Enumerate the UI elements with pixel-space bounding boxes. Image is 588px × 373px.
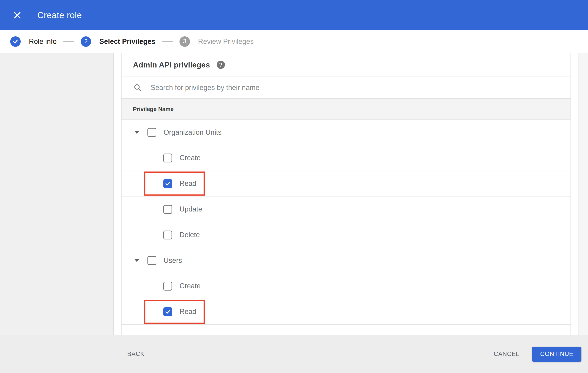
checkbox-unchecked[interactable] [147,256,156,265]
step-number-badge: 2 [81,36,91,47]
checkbox-unchecked[interactable] [163,231,172,239]
privilege-child-row: Delete [122,222,570,248]
checkbox-unchecked[interactable] [147,128,156,137]
clipped-row [122,325,570,335]
privilege-group-row: Organization Units [122,120,570,145]
privilege-label: Delete [179,231,200,239]
search-input[interactable]: Search for privileges by their name [151,83,570,92]
step-label: Select Privileges [99,38,155,46]
privilege-child-row: Create [122,145,570,171]
footer-action-bar: BACK CANCEL CONTINUE [0,335,588,373]
card-heading-row: Admin API privileges ? [122,53,570,77]
privilege-label: Update [179,205,202,213]
privilege-child-row: Update [122,197,570,222]
dialog-header: Create role [0,0,588,30]
back-button[interactable]: BACK [127,351,145,358]
checkbox-checked[interactable] [163,307,172,316]
scrollbar-track[interactable] [578,53,588,335]
stepper: Role info 2 Select Privileges 3 Review P… [0,30,588,53]
step-complete-check-icon [10,36,21,47]
step-label: Review Privileges [198,38,254,46]
step-number-badge: 3 [179,36,190,47]
checkbox-checked[interactable] [163,179,172,188]
continue-button[interactable]: CONTINUE [532,347,581,362]
step-select-privileges[interactable]: 2 Select Privileges [81,36,155,47]
search-icon [133,83,142,92]
expand-caret-icon[interactable] [134,259,139,262]
cancel-button[interactable]: CANCEL [494,351,519,358]
privilege-label: Users [164,257,182,265]
checkbox-unchecked[interactable] [163,154,172,162]
close-x-glyph [13,11,22,20]
checkbox-unchecked[interactable] [163,282,172,290]
step-connector [162,41,173,42]
privilege-search-row[interactable]: Search for privileges by their name [122,77,570,98]
privilege-child-row: Read [122,171,570,197]
checkmark-glyph [165,308,171,315]
checkmark-glyph [165,180,171,187]
privilege-child-row: Create [122,273,570,299]
help-icon[interactable]: ? [217,61,225,69]
content-area: Admin API privileges ? Search for privil… [0,53,588,335]
create-role-dialog: Create role Role info 2 Select Privilege… [0,0,588,373]
checkbox-unchecked[interactable] [163,205,172,214]
expand-caret-icon[interactable] [134,131,139,134]
privilege-label: Organization Units [164,128,221,136]
right-gutter [571,53,578,335]
close-icon[interactable] [12,10,22,20]
step-label: Role info [29,38,57,46]
privileges-card: Admin API privileges ? Search for privil… [121,53,571,335]
privilege-name-column-header: Privilege Name [133,106,174,113]
step-review-privileges[interactable]: 3 Review Privileges [179,36,254,47]
table-header-row: Privilege Name [122,98,570,120]
privilege-child-row: Read [122,299,570,325]
step-role-info[interactable]: Role info [10,36,57,47]
privilege-label: Read [179,179,196,188]
privilege-label: Read [179,308,196,316]
privilege-table: Organization UnitsCreateReadUpdateDelete… [122,120,570,335]
step-connector [63,41,74,42]
left-panel [0,53,114,335]
dialog-title: Create role [37,10,82,20]
privilege-group-row: Users [122,248,570,273]
privilege-label: Create [179,282,201,290]
privilege-label: Create [179,154,201,162]
left-gutter [114,53,121,335]
card-heading: Admin API privileges [133,61,210,69]
